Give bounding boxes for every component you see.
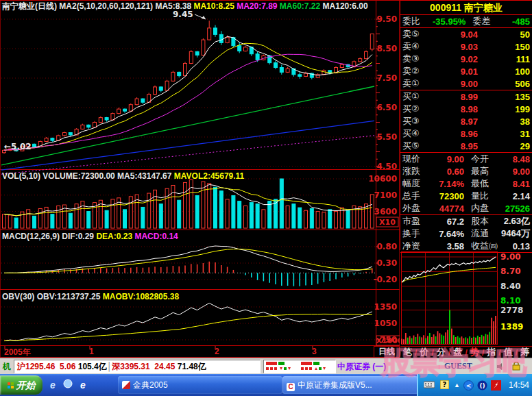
bid-row[interactable]: 买③ 8.97 38 [400,115,532,127]
tab-势[interactable]: 势 [468,346,482,358]
stat-value: 8.48 [498,154,530,164]
tab-笔[interactable]: 笔 [400,346,415,358]
stat-value: 44774 [433,203,471,214]
obv-panel-header: OBV(30) OBV:1213737.25 MAOBV:1082805.38 [2,292,179,301]
tab-指[interactable]: 指 [484,346,498,358]
stat-value: 3.58 [433,241,471,251]
ask-row[interactable]: 卖② 9.01 100 [400,65,532,77]
bid-volume: 38 [485,116,530,127]
svg-text:0.30: 0.30 [376,258,397,268]
bid-price: 8.99 [433,92,485,102]
tab-值[interactable]: 值 [501,346,516,358]
stat-value: 9.00 [433,154,471,164]
bid-row[interactable]: 买⑤ 8.95 29 [400,140,532,152]
ma120-value: MA120:6.00 [323,1,368,11]
x-axis-tick: 1 [89,347,94,356]
main-chart-title: 南宁糖业(日线) MA2(5,10,20,60,120,121) [2,1,155,11]
stat-row[interactable]: 幅度 7.14% 最低 8.41 [400,177,532,190]
lock-icon[interactable] [511,362,521,373]
stat-label: 总手 [402,190,433,202]
bid-label: 买⑤ [402,140,433,152]
keyboard-tray-icon[interactable] [424,380,435,391]
broker-seat: (一) [372,362,386,371]
help-tray-icon[interactable]: ? [440,380,449,391]
stat-value: 0.13 [498,241,530,251]
bid-row[interactable]: 买① 8.99 135 [400,90,532,103]
svg-text:←5.02: ←5.02 [4,142,32,151]
svg-text:10600: 10600 [368,174,397,184]
volume-panel-header: VOL(5,10) VOLUME:72300.00 MA5:43147.67 M… [2,171,244,181]
intraday-mini-chart[interactable]: 9.008.708.408.1027781389 [400,250,532,346]
ask-row[interactable]: 卖④ 9.03 150 [400,40,532,53]
bid-label: 买③ [402,115,433,127]
svg-text:?: ? [443,381,447,388]
bid-label: 买① [402,90,433,103]
macd-dif-value: MACD(12,26,9) DIF:0.29 [2,232,96,241]
tab-分[interactable]: 分 [434,346,448,358]
period-tab-daily[interactable]: 日线 [374,346,400,358]
bid-row[interactable]: 买④ 8.96 31 [400,127,532,140]
stat-row[interactable]: 市盈 67.2 股本 2.63亿 [400,215,532,227]
stat-row[interactable]: 换手 7.64% 流通 9464万 [400,227,532,240]
brackets-tray-icon[interactable]: () [477,380,487,393]
stat-row[interactable]: 外盘 44774 内盘 27526 [400,202,532,214]
ask-volume: 506 [485,79,530,89]
market-breadth-indicator [263,360,336,373]
stat-value: 2.14 [498,191,530,201]
stat-value: 9.00 [498,166,530,177]
ask-price: 9.04 [433,29,485,40]
stat-row[interactable]: 净资 3.58 收益㈣ 0.13 [400,240,532,252]
blue-ball-tray-icon[interactable]: < [463,380,474,393]
broker-name[interactable]: 中原证券 (一) [337,361,386,373]
ask-row[interactable]: 卖③ 9.02 111 [400,53,532,65]
stat-row[interactable]: 总手 72300 量比 2.14 [400,190,532,202]
msn-quicklaunch-icon[interactable] [62,379,74,391]
bid-price: 8.96 [433,129,485,139]
task-button-zhongyuan[interactable]: C中原证券集成版V5... [282,376,418,394]
index-ticker[interactable]: 沪1295.46 5.06 105.4亿│深3395.31 24.45 71.4… [14,360,261,373]
stat-label: 净资 [402,240,433,252]
macd-panel-header: MACD(12,26,9) DIF:0.29 DEA:0.23 MACD:0.1… [2,232,178,241]
svg-text:2778: 2778 [500,306,523,315]
jindian-app-icon [122,381,130,389]
stat-row[interactable]: 涨跌 0.60 最高 9.00 [400,165,532,177]
stat-label: 收益㈣ [471,240,498,252]
bid-row[interactable]: 买② 8.98 199 [400,103,532,115]
ask-label: 卖④ [402,40,433,53]
ask-queue: 卖⑤ 9.04 50卖④ 9.03 150卖③ 9.02 111卖② 9.01 … [400,28,532,90]
obv-value: OBV(30) OBV:1213737.25 [2,292,103,301]
explorer-quicklaunch-icon[interactable]: e [77,379,89,391]
ma60-value: MA60:7.22 [280,1,323,11]
tab-盘[interactable]: 盘 [450,346,465,358]
task-button-jindian[interactable]: 金典2005 [118,376,282,394]
start-button[interactable]: 开始 [0,375,43,395]
stat-row[interactable]: 现价 9.00 今开 8.48 [400,153,532,165]
stock-app-window: 9.508.507.506.505.504.509.45←5.021060071… [0,0,532,396]
guest-label: GUEST [444,361,472,371]
stock-title: 000911 南宁糖业 [400,0,532,15]
ie-quicklaunch-icon[interactable]: e [47,379,59,391]
svg-text:0.80: 0.80 [376,242,397,251]
taskbar-clock[interactable]: 14:54 [509,380,529,390]
horn-icon[interactable] [496,362,506,373]
quote-panel: 000911 南宁糖业 委比 -35.95% 委差 -485 卖⑤ 9.04 5… [400,0,532,250]
sh-index: 沪1295.46 [17,362,55,371]
ask-volume: 100 [485,66,530,77]
sz-change: 24.45 [154,362,175,371]
tab-价[interactable]: 价 [417,346,431,358]
weicha-label: 委差 [472,15,500,27]
ma20-value: MA20:7.89 [237,1,280,11]
tab-筹[interactable]: 筹 [518,346,532,358]
stock-name: 南宁糖业 [464,2,503,13]
mavol2-value: MAVOL2:45679.11 [174,171,245,181]
ask-price: 9.02 [433,54,485,64]
stat-value: 67.2 [433,216,471,227]
stat-value: 27526 [498,203,530,214]
show-hidden-icons-arrow[interactable]: ▲ [454,380,460,390]
flame-tray-icon[interactable] [491,380,501,393]
stat-label: 换手 [402,227,433,240]
ask-price: 9.01 [433,66,485,77]
ask-row[interactable]: 卖① 9.00 506 [400,77,532,90]
ask-row[interactable]: 卖⑤ 9.04 50 [400,28,532,40]
macd-dea-value: DEA:0.23 [96,232,134,241]
